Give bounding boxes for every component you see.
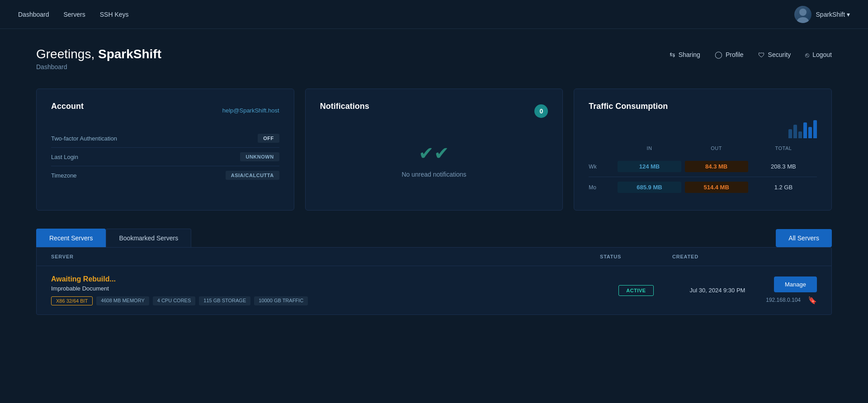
server-actions-col: Manage 192.168.0.104 🔖	[763, 276, 817, 305]
header-actions: ⇆ Sharing ◯ Profile 🛡 Security ⎋ Logout	[670, 51, 832, 59]
traffic-col-in: IN	[616, 145, 683, 151]
traffic-col-total: TOTAL	[750, 145, 817, 151]
server-specs: X86 32/64 BIT 4608 MB MEMORY 4 CPU CORES…	[51, 296, 600, 305]
traffic-col-out: OUT	[683, 145, 750, 151]
security-label: Security	[768, 51, 791, 58]
col-server: SERVER	[51, 254, 600, 259]
nav-ssh-keys[interactable]: SSH Keys	[100, 11, 129, 18]
sharing-link[interactable]: ⇆ Sharing	[670, 51, 700, 59]
notifications-card: Notifications 0 ✔✔ No unread notificatio…	[305, 89, 563, 211]
timezone-row: Timezone ASIA/CALCUTTA	[51, 166, 279, 184]
manage-button[interactable]: Manage	[774, 276, 817, 292]
servers-section: Recent Servers Bookmarked Servers All Se…	[36, 229, 832, 315]
nav-username: SparkShift ▾	[816, 11, 850, 18]
tab-bookmarked-servers[interactable]: Bookmarked Servers	[106, 229, 191, 247]
all-servers-button[interactable]: All Servers	[776, 229, 832, 247]
security-link[interactable]: 🛡 Security	[758, 51, 791, 59]
svg-point-0	[799, 9, 807, 16]
logout-icon: ⎋	[805, 51, 809, 59]
notifications-title: Notifications	[320, 102, 369, 111]
traffic-col-period	[589, 145, 616, 151]
sharing-label: Sharing	[679, 51, 700, 58]
profile-link[interactable]: ◯ Profile	[715, 51, 744, 59]
timezone-value: ASIA/CALCUTTA	[226, 171, 279, 180]
traffic-total-wk: 208.3 MB	[750, 163, 817, 170]
nav-servers[interactable]: Servers	[64, 11, 85, 18]
server-name: Awaiting Rebuild...	[51, 275, 600, 283]
table-header: SERVER STATUS CREATED	[37, 248, 831, 266]
traffic-row-wk: Wk 124 MB 84.3 MB 208.3 MB	[589, 156, 817, 177]
spec-cpu: 4 CPU CORES	[153, 296, 196, 305]
notifications-empty-text: No unread notifications	[401, 171, 466, 178]
page-subtitle: Dashboard	[36, 63, 161, 70]
nav-links: Dashboard Servers SSH Keys	[18, 11, 129, 18]
traffic-chart	[589, 120, 817, 138]
person-icon: ◯	[715, 51, 722, 59]
greeting: Greetings, SparkShift Dashboard	[36, 47, 161, 70]
server-created-col: Jul 30, 2024 9:30 PM	[672, 287, 763, 294]
bookmark-icon[interactable]: 🔖	[808, 296, 817, 305]
traffic-period-wk: Wk	[589, 164, 616, 170]
shield-icon: 🛡	[758, 51, 765, 59]
account-card: Account help@SparkShift.host Two-factor …	[36, 89, 294, 211]
svg-point-1	[797, 17, 809, 23]
status-badge: ACTIVE	[618, 285, 653, 296]
traffic-out-wk: 84.3 MB	[685, 161, 748, 172]
profile-label: Profile	[726, 51, 744, 58]
spec-storage: 115 GB STORAGE	[199, 296, 250, 305]
2fa-label: Two-factor Authentication	[51, 135, 117, 142]
traffic-row-mo: Mo 685.9 MB 514.4 MB 1.2 GB	[589, 177, 817, 197]
notifications-count: 0	[534, 104, 548, 118]
server-label: Improbable Document	[51, 285, 600, 292]
nav-dashboard[interactable]: Dashboard	[18, 11, 49, 18]
server-ip: 192.168.0.104	[766, 297, 801, 303]
spec-memory: 4608 MB MEMORY	[96, 296, 149, 305]
traffic-in-mo: 685.9 MB	[618, 182, 681, 193]
traffic-in-wk: 124 MB	[618, 161, 681, 172]
col-status: STATUS	[600, 254, 672, 259]
2fa-value: OFF	[258, 134, 279, 143]
col-created: CREATED	[672, 254, 763, 259]
tab-recent-servers[interactable]: Recent Servers	[36, 229, 106, 247]
avatar	[794, 6, 811, 23]
spec-traffic: 10000 GB TRAFFIC	[254, 296, 308, 305]
traffic-table-header: IN OUT TOTAL	[589, 145, 817, 151]
traffic-title: Traffic Consumption	[589, 102, 817, 111]
check-icon: ✔✔	[419, 143, 449, 164]
traffic-total-mo: 1.2 GB	[750, 184, 817, 191]
server-meta: 192.168.0.104 🔖	[766, 296, 817, 305]
greeting-prefix: Greetings,	[36, 47, 98, 61]
table-row: Awaiting Rebuild... Improbable Document …	[37, 266, 831, 314]
share-icon: ⇆	[670, 51, 675, 59]
server-status-col: ACTIVE	[600, 285, 672, 296]
notifications-empty: ✔✔ No unread notifications	[320, 129, 548, 192]
greeting-name: SparkShift	[98, 47, 161, 61]
created-date: Jul 30, 2024 9:30 PM	[690, 287, 745, 294]
traffic-out-mo: 514.4 MB	[685, 182, 748, 193]
last-login-value: UNKNOWN	[240, 152, 279, 161]
server-tabs: Recent Servers Bookmarked Servers	[36, 229, 191, 247]
tabs-row: Recent Servers Bookmarked Servers All Se…	[36, 229, 832, 247]
col-actions	[763, 254, 817, 259]
timezone-label: Timezone	[51, 172, 77, 179]
account-title: Account	[51, 102, 84, 111]
traffic-period-mo: Mo	[589, 184, 616, 191]
account-email[interactable]: help@SparkShift.host	[222, 107, 279, 114]
nav-user[interactable]: SparkShift ▾	[794, 6, 850, 23]
last-login-label: Last Login	[51, 154, 78, 160]
logout-label: Logout	[812, 51, 832, 58]
spec-arch: X86 32/64 BIT	[51, 296, 93, 305]
server-info: Awaiting Rebuild... Improbable Document …	[51, 275, 600, 305]
traffic-card: Traffic Consumption IN OUT TOTAL Wk 124 …	[574, 89, 832, 211]
logout-link[interactable]: ⎋ Logout	[805, 51, 832, 59]
last-login-row: Last Login UNKNOWN	[51, 148, 279, 166]
2fa-row: Two-factor Authentication OFF	[51, 129, 279, 148]
server-table: SERVER STATUS CREATED Awaiting Rebuild..…	[36, 247, 832, 315]
